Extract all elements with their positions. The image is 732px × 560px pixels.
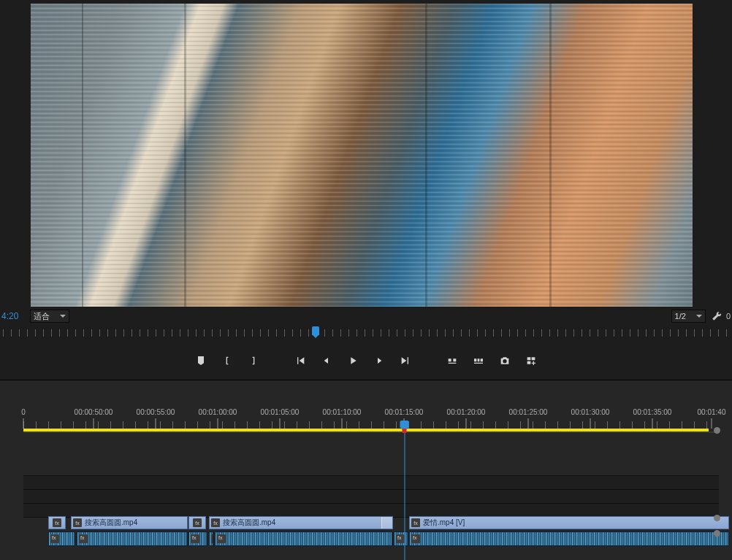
video-track-v1[interactable]: 搜索高圆圆.mp4搜索高圆圆.mp4爱情.mp4 [V] — [23, 516, 719, 529]
button-editor-button[interactable] — [525, 354, 538, 367]
video-clip[interactable]: 搜索高圆圆.mp4 — [71, 516, 188, 529]
fx-badge-icon — [53, 518, 61, 527]
audio-clip[interactable] — [48, 532, 75, 546]
step-back-button[interactable] — [320, 354, 333, 367]
mark-in-button[interactable] — [221, 354, 234, 367]
step-forward-button[interactable] — [373, 354, 386, 367]
video-clip[interactable]: 爱情.mp4 [V] — [409, 516, 729, 529]
audio-clip[interactable] — [409, 532, 729, 546]
zoom-fit-dropdown[interactable]: 适合 — [30, 310, 69, 323]
video-clip-stub[interactable] — [48, 516, 66, 529]
fx-badge-icon — [217, 534, 226, 543]
fx-badge-icon — [193, 518, 202, 527]
fx-badge-icon — [211, 534, 213, 543]
track-v3[interactable] — [23, 475, 719, 490]
extract-button[interactable] — [472, 354, 485, 367]
bracket-right-icon — [248, 355, 259, 367]
video-frame[interactable] — [31, 4, 693, 307]
monitor-playhead[interactable] — [312, 326, 319, 335]
fx-badge-icon — [191, 534, 199, 543]
current-timecode[interactable]: 4:20 — [0, 311, 18, 321]
play-icon — [347, 355, 359, 367]
plus-grid-icon — [525, 355, 537, 367]
audio-clip[interactable] — [215, 532, 392, 546]
export-frame-button[interactable] — [498, 354, 511, 367]
zoom-fit-label: 适合 — [34, 311, 50, 322]
fx-badge-icon — [73, 518, 82, 527]
ruler-label: 00:01:40 — [698, 408, 726, 416]
ruler-label: 00:01:00:00 — [199, 408, 237, 416]
fx-badge-icon — [50, 534, 59, 543]
playback-resolution-dropdown[interactable]: 1/2 — [671, 310, 706, 323]
add-marker-button[interactable] — [194, 354, 207, 367]
audio-clip[interactable] — [77, 532, 188, 546]
ruler-label: 00:01:30:00 — [571, 408, 610, 416]
bracket-left-icon — [221, 355, 233, 367]
timeline-playhead[interactable] — [405, 421, 405, 560]
camera-icon — [499, 355, 511, 367]
audio-track-a1[interactable] — [23, 532, 719, 546]
timeline-ticks — [23, 421, 719, 429]
monitor-scrub-ruler[interactable] — [0, 326, 732, 337]
fx-badge-icon — [211, 518, 220, 527]
clip-name: 搜索高圆圆.mp4 — [85, 518, 137, 528]
audio-clip[interactable] — [209, 532, 213, 546]
video-track-toggle[interactable] — [714, 515, 720, 521]
work-area-track — [23, 431, 719, 433]
ruler-label: 00:01:05:00 — [261, 408, 300, 416]
go-to-in-button[interactable] — [294, 354, 307, 367]
overflow-indicator: 0 — [726, 312, 731, 321]
ruler-label: 00:00:50:00 — [75, 408, 113, 416]
ruler-label: 00:01:35:00 — [633, 408, 672, 416]
go-out-icon — [400, 355, 411, 367]
mark-out-button[interactable] — [247, 354, 260, 367]
fx-badge-icon — [79, 534, 88, 543]
go-to-out-button[interactable] — [399, 354, 412, 367]
wrench-icon — [712, 311, 722, 321]
ruler-label: 00:01:10:00 — [323, 408, 362, 416]
timeline-panel: 000:00:50:0000:00:55:0000:01:00:0000:01:… — [0, 380, 732, 560]
fx-badge-icon — [396, 534, 405, 543]
go-in-icon — [294, 355, 306, 367]
playhead-indicator-icon — [403, 429, 407, 433]
track-v1-upper[interactable] — [23, 503, 719, 518]
step-fwd-icon — [373, 355, 385, 367]
chevron-down-icon — [60, 315, 66, 318]
lift-button[interactable] — [446, 354, 459, 367]
transport-controls — [0, 350, 732, 371]
video-clip-stub[interactable] — [188, 516, 206, 529]
settings-button[interactable] — [710, 310, 723, 323]
marker-icon — [195, 355, 207, 367]
lift-icon — [446, 355, 458, 367]
track-v2[interactable] — [23, 489, 719, 504]
transition-handle[interactable] — [381, 517, 392, 529]
timeline-ruler[interactable]: 000:00:50:0000:00:55:0000:01:00:0000:01:… — [23, 408, 719, 429]
video-clip[interactable]: 搜索高圆圆.mp4 — [209, 516, 393, 529]
ruler-label: 00:00:55:00 — [137, 408, 175, 416]
program-monitor — [31, 4, 693, 307]
monitor-toolbar: 4:20 适合 1/2 0 — [0, 309, 732, 323]
ruler-label: 00:01:20:00 — [447, 408, 486, 416]
playback-resolution-label: 1/2 — [675, 312, 686, 321]
audio-clip[interactable] — [188, 532, 207, 546]
scrub-ticks — [3, 329, 729, 337]
audio-clip[interactable] — [394, 532, 408, 546]
extract-icon — [473, 355, 484, 367]
ruler-label: 00:01:25:00 — [509, 408, 548, 416]
playhead-head-icon — [400, 421, 409, 428]
audio-track-toggle[interactable] — [714, 530, 720, 537]
step-back-icon — [321, 355, 332, 367]
fx-badge-icon — [411, 518, 420, 527]
ruler-label: 0 — [21, 408, 26, 416]
play-button[interactable] — [346, 354, 359, 367]
fx-badge-icon — [411, 534, 420, 543]
work-area-handle-right[interactable] — [714, 427, 720, 434]
clip-name: 爱情.mp4 [V] — [423, 518, 465, 528]
ruler-label: 00:01:15:00 — [385, 408, 424, 416]
clip-name: 搜索高圆圆.mp4 — [223, 518, 275, 528]
chevron-down-icon — [696, 315, 702, 318]
